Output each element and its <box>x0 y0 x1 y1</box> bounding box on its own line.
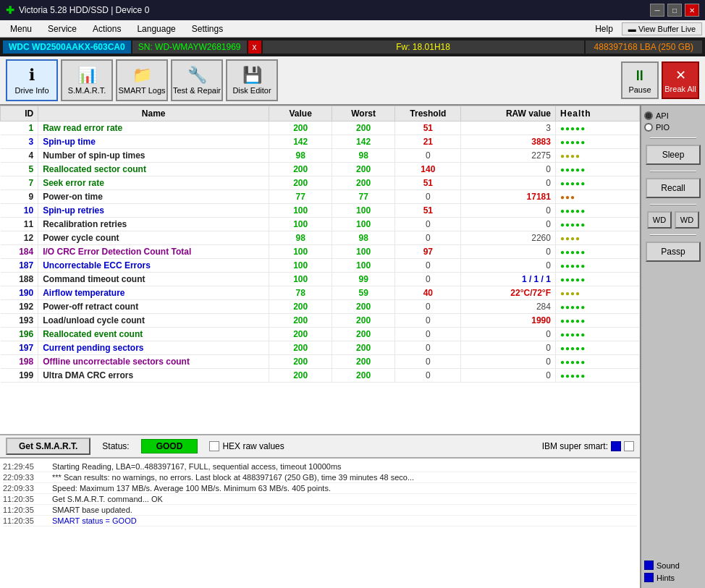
disk-editor-icon: 💾 <box>242 66 262 85</box>
menu-language[interactable]: Language <box>130 22 182 35</box>
cell-worst: 142 <box>332 135 395 149</box>
wd-button-1[interactable]: WD <box>647 211 672 229</box>
log-time: 11:20:35 <box>3 495 46 503</box>
toolbar-test-repair[interactable]: 🔧 Test & Repair <box>171 59 223 101</box>
log-entry: 11:20:35 SMART base updated. <box>3 505 637 516</box>
sound-check-item[interactable]: Sound <box>644 561 702 570</box>
cell-id: 184 <box>1 245 38 259</box>
table-row[interactable]: 7 Seek error rate 200 200 51 0 ●●●●● <box>1 176 640 190</box>
table-row[interactable]: 9 Power-on time 77 77 0 17181 ●●● <box>1 190 640 204</box>
ibm-label: IBM super smart: <box>542 441 608 451</box>
table-row[interactable]: 199 Ultra DMA CRC errors 200 200 0 0 ●●●… <box>1 369 640 383</box>
table-row[interactable]: 1 Raw read error rate 200 200 51 3 ●●●●● <box>1 122 640 135</box>
pause-button[interactable]: ⏸ Pause <box>621 61 659 99</box>
cell-health: ●●●● <box>555 286 639 300</box>
log-time: 11:20:35 <box>3 506 46 514</box>
minimize-button[interactable]: ─ <box>650 4 664 17</box>
break-all-label: Break All <box>664 85 696 93</box>
hex-check-container[interactable]: HEX raw values <box>209 441 284 451</box>
cell-id: 11 <box>1 218 38 231</box>
log-message: Starting Reading, LBA=0..488397167, FULL… <box>52 462 342 471</box>
cell-threshold: 0 <box>395 355 461 369</box>
api-radio-item[interactable]: API <box>644 111 702 120</box>
drive-name[interactable]: WDC WD2500AAKX-603CA0 <box>3 41 131 54</box>
table-row[interactable]: 196 Reallocated event count 200 200 0 0 … <box>1 328 640 341</box>
cell-value: 200 <box>269 122 332 135</box>
table-row[interactable]: 4 Number of spin-up times 98 98 0 2275 ●… <box>1 149 640 163</box>
menu-service[interactable]: Service <box>41 22 84 35</box>
get-smart-button[interactable]: Get S.M.A.R.T. <box>6 438 90 455</box>
table-row[interactable]: 198 Offline uncorrectable sectors count … <box>1 355 640 369</box>
table-row[interactable]: 11 Recalibration retries 100 100 0 0 ●●●… <box>1 218 640 231</box>
recall-button[interactable]: Recall <box>646 178 701 198</box>
menu-menu[interactable]: Menu <box>3 22 39 35</box>
toolbar-smart-logs[interactable]: 📁 SMART Logs <box>116 59 168 101</box>
wd-button-2[interactable]: WD <box>675 211 699 229</box>
drive-sn-close[interactable]: x <box>248 41 261 54</box>
cell-name: Recalibration retries <box>38 218 269 231</box>
log-entry: 22:09:33 *** Scan results: no warnings, … <box>3 472 637 483</box>
table-row[interactable]: 12 Power cycle count 98 98 0 2260 ●●●● <box>1 231 640 245</box>
table-row[interactable]: 3 Spin-up time 142 142 21 3883 ●●●●● <box>1 135 640 149</box>
toolbar-drive-info[interactable]: ℹ Drive Info <box>6 59 58 101</box>
hints-check-item[interactable]: Hints <box>644 573 702 582</box>
log-message: Get S.M.A.R.T. command... OK <box>52 495 163 503</box>
left-panel: ID Name Value Worst Treshold RAW value H… <box>0 106 640 588</box>
hints-label: Hints <box>657 574 675 582</box>
ibm-checkbox-empty[interactable] <box>624 441 634 451</box>
log-message: SMART base updated. <box>52 506 132 514</box>
cell-worst: 200 <box>332 328 395 341</box>
toolbar-smart-logs-label: SMART Logs <box>118 86 165 95</box>
log-time: 21:29:45 <box>3 462 46 471</box>
break-all-button[interactable]: ✕ Break All <box>662 61 699 99</box>
cell-threshold: 0 <box>395 190 461 204</box>
app-title: Victoria 5.28 HDD/SSD | Device 0 <box>19 5 149 15</box>
cell-raw: 0 <box>461 163 555 176</box>
smart-table: ID Name Value Worst Treshold RAW value H… <box>0 106 640 383</box>
toolbar-smart[interactable]: 📊 S.M.A.R.T. <box>61 59 113 101</box>
cell-name: Load/unload cycle count <box>38 314 269 328</box>
cell-threshold: 0 <box>395 149 461 163</box>
cell-health: ●●●● <box>555 149 639 163</box>
api-radio-dot[interactable] <box>644 111 653 120</box>
table-row[interactable]: 192 Power-off retract count 200 200 0 28… <box>1 300 640 314</box>
cell-worst: 200 <box>332 122 395 135</box>
test-repair-icon: 🔧 <box>187 66 207 85</box>
table-row[interactable]: 188 Command timeout count 100 99 0 1 / 1… <box>1 273 640 286</box>
cell-health: ●●●●● <box>555 314 639 328</box>
cell-threshold: 51 <box>395 176 461 190</box>
hints-checkbox[interactable] <box>644 573 654 582</box>
status-value: GOOD <box>141 439 198 453</box>
menu-help[interactable]: Help <box>588 22 620 35</box>
pio-radio-item[interactable]: PIO <box>644 123 702 132</box>
cell-raw: 0 <box>461 355 555 369</box>
table-row[interactable]: 197 Current pending sectors 200 200 0 0 … <box>1 341 640 355</box>
log-message: Speed: Maximum 137 MB/s. Average 100 MB/… <box>52 484 331 493</box>
col-header-health: Health <box>555 106 639 122</box>
cell-health: ●●●●● <box>555 176 639 190</box>
log-panel[interactable]: 21:29:45 Starting Reading, LBA=0..488397… <box>0 458 640 588</box>
toolbar-disk-editor[interactable]: 💾 Disk Editor <box>226 59 278 101</box>
menu-actions[interactable]: Actions <box>85 22 128 35</box>
view-buffer-button[interactable]: ▬ View Buffer Live <box>622 22 702 35</box>
toolbar-disk-editor-label: Disk Editor <box>232 86 271 95</box>
sleep-button[interactable]: Sleep <box>646 145 701 165</box>
menu-settings[interactable]: Settings <box>185 22 230 35</box>
cell-name: Uncorrectable ECC Errors <box>38 259 269 273</box>
table-row[interactable]: 5 Reallocated sector count 200 200 140 0… <box>1 163 640 176</box>
table-row[interactable]: 190 Airflow temperature 78 59 40 22°C/72… <box>1 286 640 300</box>
hex-checkbox[interactable] <box>209 441 219 451</box>
table-row[interactable]: 187 Uncorrectable ECC Errors 100 100 0 0… <box>1 259 640 273</box>
passp-button[interactable]: Passp <box>646 242 701 262</box>
table-row[interactable]: 193 Load/unload cycle count 200 200 0 19… <box>1 314 640 328</box>
maximize-button[interactable]: □ <box>667 4 682 17</box>
table-row[interactable]: 184 I/O CRC Error Detection Count Total … <box>1 245 640 259</box>
sound-checkbox[interactable] <box>644 561 654 570</box>
smart-table-container[interactable]: ID Name Value Worst Treshold RAW value H… <box>0 106 640 435</box>
table-row[interactable]: 10 Spin-up retries 100 100 51 0 ●●●●● <box>1 204 640 218</box>
pio-radio-dot[interactable] <box>644 123 653 132</box>
cell-threshold: 21 <box>395 135 461 149</box>
ibm-checkbox-checked[interactable] <box>611 441 621 451</box>
log-entry: 21:29:45 Starting Reading, LBA=0..488397… <box>3 461 637 472</box>
close-button[interactable]: ✕ <box>685 4 699 17</box>
